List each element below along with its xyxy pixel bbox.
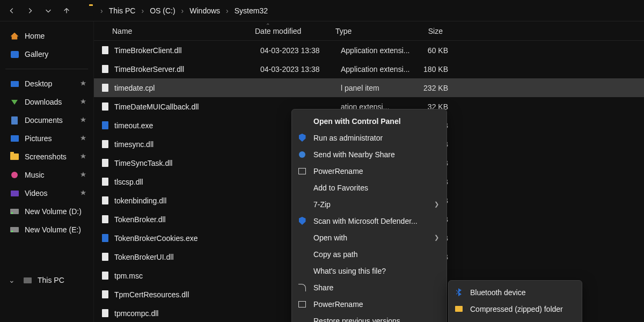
file-name: TimeDateMUICallback.dll xyxy=(114,103,260,111)
up-button[interactable] xyxy=(58,2,75,19)
home-icon xyxy=(10,31,19,41)
menu-item-compressed-zipped-folder[interactable]: Compressed (zipped) folder xyxy=(449,301,582,317)
context-menu: Open with Control PanelRun as administra… xyxy=(291,109,447,322)
file-row[interactable]: TimeBrokerServer.dll04-03-2023 13:38Appl… xyxy=(94,60,644,78)
file-icon xyxy=(100,252,110,262)
sidebar-item-new-volume-d-[interactable]: New Volume (D:) xyxy=(2,202,91,221)
sidebar-item-label: Music xyxy=(25,171,74,179)
pc-icon xyxy=(23,275,32,285)
pin-icon xyxy=(79,153,87,160)
menu-item-restore-previous-versions[interactable]: Restore previous versions xyxy=(292,312,447,322)
sidebar-item-pictures[interactable]: Pictures xyxy=(2,129,91,148)
breadcrumb-segment[interactable]: OS (C:) xyxy=(145,4,179,17)
sidebar-item-videos[interactable]: Videos xyxy=(2,184,91,202)
file-row[interactable]: timedate.cpll panel item232 KB xyxy=(94,78,644,97)
menu-item-powerrename[interactable]: PowerRename xyxy=(292,163,447,179)
toolbar: › This PC › OS (C:) › Windows › System32 xyxy=(0,0,644,21)
sidebar-item-this-pc[interactable]: ⌄ This PC xyxy=(2,271,91,289)
blank-icon xyxy=(297,316,307,323)
recent-dropdown[interactable] xyxy=(40,2,57,19)
column-header-type[interactable]: Type xyxy=(335,27,405,35)
vid-icon xyxy=(10,188,19,198)
sidebar-item-home[interactable]: Home xyxy=(2,27,91,45)
sidebar-item-new-volume-e-[interactable]: New Volume (E:) xyxy=(2,221,91,239)
blank-icon xyxy=(297,266,307,276)
file-icon xyxy=(100,233,110,243)
nearby-icon xyxy=(297,150,307,159)
file-name: TimeBrokerClient.dll xyxy=(114,46,260,55)
bt-icon xyxy=(454,288,464,297)
menu-item-copy-as-path[interactable]: Copy as path xyxy=(292,246,447,262)
file-name: tpm.msc xyxy=(114,272,260,280)
menu-item-label: Share xyxy=(313,283,439,292)
menu-item-add-to-favorites[interactable]: Add to Favorites xyxy=(292,179,447,196)
pin-icon xyxy=(79,135,87,142)
column-header-size[interactable]: Size xyxy=(405,27,446,35)
menu-item-send-with-nearby-share[interactable]: Send with Nearby Share xyxy=(292,146,447,163)
breadcrumb-segment[interactable]: This PC xyxy=(105,4,140,17)
file-icon xyxy=(100,271,110,281)
sidebar-item-documents[interactable]: Documents xyxy=(2,111,91,129)
file-name: TokenBrokerUI.dll xyxy=(114,253,260,261)
menu-item-bluetooth-device[interactable]: Bluetooth device xyxy=(449,284,582,301)
menu-item-desktop-create-shortcut[interactable]: Desktop (create shortcut) xyxy=(449,317,582,322)
file-icon xyxy=(100,309,110,318)
menu-item-open-with-control-panel[interactable]: Open with Control Panel xyxy=(292,113,447,129)
breadcrumb-segment[interactable]: Windows xyxy=(185,4,224,17)
file-name: tlscsp.dll xyxy=(114,178,260,186)
file-icon xyxy=(100,46,110,55)
file-icon xyxy=(100,140,110,149)
separator xyxy=(5,69,88,69)
shield-icon xyxy=(297,216,307,226)
chevron-right-icon: › xyxy=(141,6,144,15)
sidebar-item-label: Documents xyxy=(25,116,74,125)
menu-item-label: Scan with Microsoft Defender... xyxy=(313,217,439,225)
column-header-name[interactable]: Name xyxy=(109,27,255,35)
blank-icon xyxy=(297,233,307,243)
sidebar-item-gallery[interactable]: Gallery xyxy=(2,45,91,63)
file-row[interactable]: TimeBrokerClient.dll04-03-2023 13:38Appl… xyxy=(94,41,644,60)
file-icon xyxy=(100,215,110,224)
blank-icon xyxy=(297,116,307,126)
sidebar-item-music[interactable]: Music xyxy=(2,166,91,184)
forward-button[interactable] xyxy=(21,2,39,19)
file-icon xyxy=(100,290,110,299)
menu-item-scan-with-microsoft-defender[interactable]: Scan with Microsoft Defender... xyxy=(292,213,447,229)
menu-item-run-as-administrator[interactable]: Run as administrator xyxy=(292,129,447,146)
rename-icon xyxy=(297,166,307,176)
file-name: timeout.exe xyxy=(114,121,260,130)
menu-item-powerrename[interactable]: PowerRename xyxy=(292,296,447,312)
sidebar-item-downloads[interactable]: Downloads xyxy=(2,93,91,111)
file-icon xyxy=(100,196,110,206)
blank-icon xyxy=(297,200,307,209)
chevron-right-icon: ❯ xyxy=(434,234,439,241)
menu-item-what-s-using-this-file[interactable]: What's using this file? xyxy=(292,262,447,279)
menu-item-open-with[interactable]: Open with❯ xyxy=(292,229,447,246)
chevron-down-icon[interactable]: ⌄ xyxy=(6,276,17,284)
breadcrumb-segment[interactable]: System32 xyxy=(230,4,272,17)
menu-item-label: Open with Control Panel xyxy=(313,117,439,126)
menu-item-7-zip[interactable]: 7-Zip❯ xyxy=(292,196,447,213)
zip-icon xyxy=(454,304,464,314)
menu-item-label: Run as administrator xyxy=(313,134,439,142)
drv-icon xyxy=(10,207,19,216)
sidebar-item-label: Home xyxy=(25,32,87,40)
pin-icon xyxy=(79,80,87,87)
file-icon xyxy=(100,102,110,112)
menu-item-label: PowerRename xyxy=(313,300,439,309)
breadcrumb[interactable]: › This PC › OS (C:) › Windows › System32 xyxy=(86,3,641,19)
sidebar-item-screenshots[interactable]: Screenshots xyxy=(2,148,91,166)
file-icon xyxy=(100,158,110,168)
drv-icon xyxy=(10,225,19,235)
shield-icon xyxy=(297,133,307,143)
file-type: l panel item xyxy=(341,84,411,92)
sidebar-item-label: Desktop xyxy=(25,79,74,88)
sidebar-item-desktop[interactable]: Desktop xyxy=(2,75,91,93)
menu-item-share[interactable]: Share xyxy=(292,279,447,296)
pin-icon xyxy=(79,98,87,106)
menu-item-label: What's using this file? xyxy=(313,267,439,275)
file-name: TimeBrokerServer.dll xyxy=(114,65,260,74)
back-button[interactable] xyxy=(3,2,20,19)
file-icon xyxy=(100,121,110,130)
chevron-right-icon: ❯ xyxy=(434,201,439,208)
